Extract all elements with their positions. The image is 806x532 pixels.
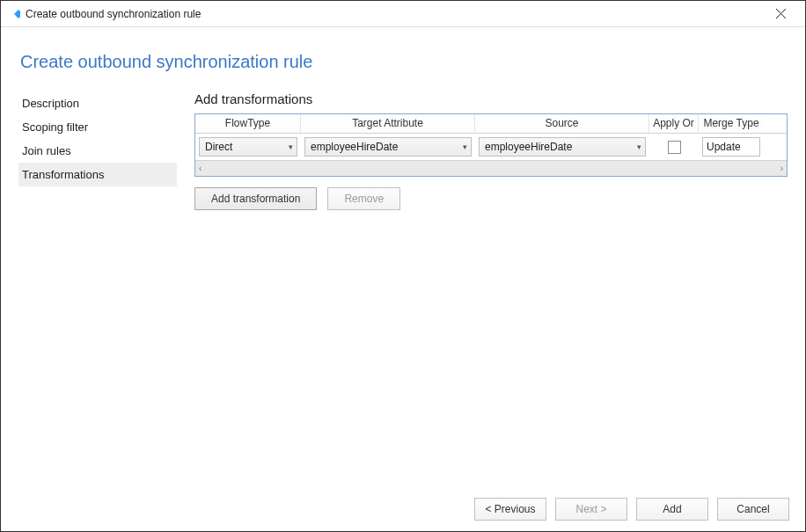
table-row: Direct ▾ employeeHireDate ▾ employeeHire… <box>195 134 787 160</box>
page-title: Create outbound synchronization rule <box>20 52 788 72</box>
transformations-grid: FlowType Target Attribute Source Apply O… <box>194 113 788 177</box>
flowtype-select[interactable]: Direct ▾ <box>199 137 297 157</box>
sidebar-item-join-rules[interactable]: Join rules <box>18 139 177 163</box>
col-header-merge[interactable]: Merge Type <box>699 114 764 133</box>
wizard-footer: < Previous Next > Add Cancel <box>1 487 805 531</box>
content-area: Create outbound synchronization rule Des… <box>1 27 805 487</box>
chevron-down-icon: ▾ <box>634 142 641 151</box>
col-header-flowtype[interactable]: FlowType <box>195 114 301 133</box>
merge-type-cell[interactable]: Update <box>702 137 760 157</box>
source-select[interactable]: employeeHireDate ▾ <box>479 137 646 157</box>
col-header-apply[interactable]: Apply Or <box>649 114 699 133</box>
sidebar-item-description[interactable]: Description <box>18 91 177 115</box>
sidebar-item-label: Scoping filter <box>22 120 88 134</box>
sidebar-item-transformations[interactable]: Transformations <box>18 163 177 186</box>
window-title: Create outbound synchronization rule <box>26 8 763 20</box>
source-value: employeeHireDate <box>485 141 634 153</box>
button-label: Next > <box>575 503 606 515</box>
body-row: Description Scoping filter Join rules Tr… <box>18 91 788 210</box>
section-title: Add transformations <box>194 91 788 106</box>
grid-button-row: Add transformation Remove <box>194 187 788 210</box>
sidebar-item-label: Transformations <box>22 168 104 181</box>
button-label: Remove <box>344 193 384 205</box>
app-icon <box>8 8 20 20</box>
cancel-button[interactable]: Cancel <box>717 498 789 521</box>
main-panel: Add transformations FlowType Target Attr… <box>177 91 788 210</box>
apply-once-checkbox[interactable] <box>668 141 681 154</box>
merge-type-value: Update <box>707 141 741 153</box>
sidebar-item-scoping-filter[interactable]: Scoping filter <box>18 115 177 139</box>
svg-rect-0 <box>14 10 20 18</box>
button-label: Add transformation <box>211 193 300 205</box>
scroll-right-icon[interactable]: › <box>780 164 783 173</box>
button-label: Add <box>663 503 681 515</box>
flowtype-value: Direct <box>205 141 285 153</box>
grid-header-row: FlowType Target Attribute Source Apply O… <box>195 114 787 134</box>
close-icon <box>776 9 786 18</box>
chevron-down-icon: ▾ <box>459 142 467 151</box>
sidebar: Description Scoping filter Join rules Tr… <box>18 91 177 186</box>
titlebar: Create outbound synchronization rule <box>1 1 805 27</box>
next-button[interactable]: Next > <box>555 498 627 521</box>
scroll-left-icon[interactable]: ‹ <box>199 164 202 173</box>
col-header-source[interactable]: Source <box>475 114 649 133</box>
close-button[interactable] <box>763 2 798 26</box>
add-button[interactable]: Add <box>636 498 708 521</box>
sidebar-item-label: Description <box>22 97 79 110</box>
remove-button[interactable]: Remove <box>327 187 400 210</box>
previous-button[interactable]: < Previous <box>474 498 546 521</box>
add-transformation-button[interactable]: Add transformation <box>194 187 317 210</box>
sidebar-item-label: Join rules <box>22 144 71 157</box>
button-label: < Previous <box>485 503 535 515</box>
col-header-target[interactable]: Target Attribute <box>301 114 475 133</box>
target-attribute-value: employeeHireDate <box>311 141 459 153</box>
button-label: Cancel <box>736 503 769 515</box>
target-attribute-select[interactable]: employeeHireDate ▾ <box>304 137 472 157</box>
horizontal-scrollbar[interactable]: ‹ › <box>195 160 787 176</box>
chevron-down-icon: ▾ <box>285 142 293 151</box>
